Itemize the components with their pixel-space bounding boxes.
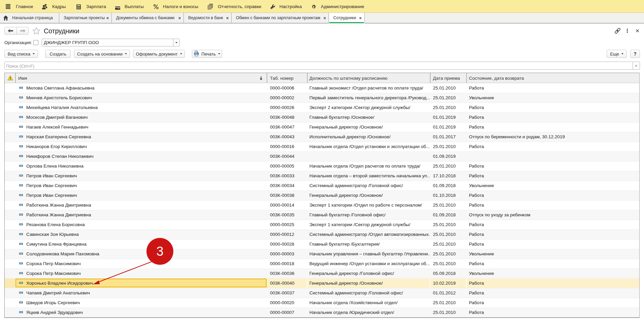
svg-text:3: 3 <box>156 244 163 258</box>
